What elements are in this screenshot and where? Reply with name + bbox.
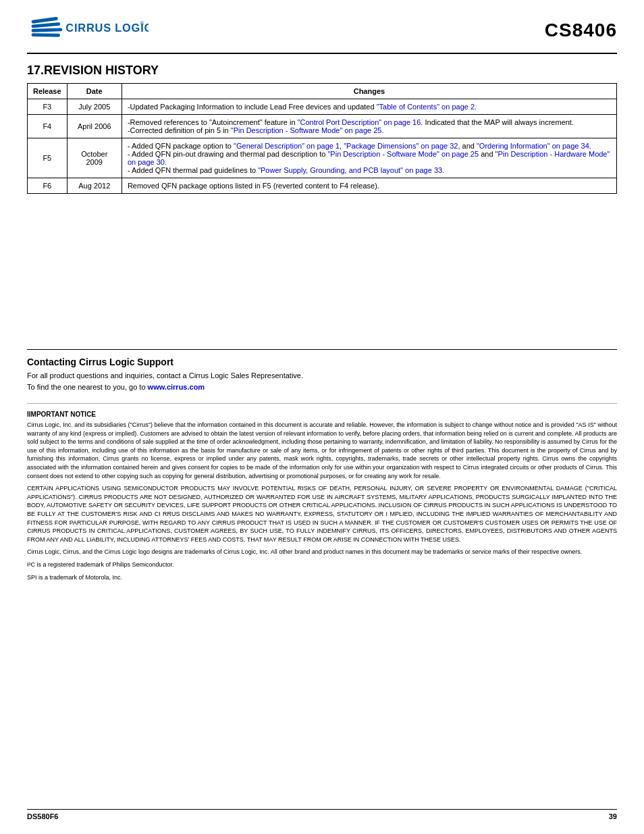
link-general-desc[interactable]: "General Description" on page 1, "Packag…: [234, 142, 460, 150]
footer: DS580F6 39: [27, 809, 617, 820]
contact-section: Contacting Cirrus Logic Support For all …: [27, 349, 617, 392]
changes-f3: -Updated Packaging Information to includ…: [122, 99, 616, 115]
svg-text:CIRRUS LOGIC: CIRRUS LOGIC: [65, 22, 149, 34]
spacer: [27, 207, 617, 342]
section-title: 17.REVISION HISTORY: [27, 63, 617, 78]
footer-page-number: 39: [609, 812, 617, 820]
table-row: F3 July 2005 -Updated Packaging Informat…: [28, 99, 617, 115]
contact-website-link[interactable]: www.cirrus.com: [148, 383, 205, 391]
date-f6: Aug 2012: [67, 178, 122, 194]
page: CIRRUS LOGIC ® CS8406 17.REVISION HISTOR…: [0, 0, 644, 834]
notice-paragraph-4: I²C is a registered trademark of Philips…: [27, 561, 617, 569]
link-toc[interactable]: "Table of Contents" on page 2.: [377, 103, 477, 111]
date-f4: April 2006: [67, 115, 122, 138]
cirrus-logic-logo: CIRRUS LOGIC ®: [27, 14, 149, 47]
svg-text:®: ®: [140, 20, 144, 26]
notice-paragraph-1: Cirrus Logic, Inc. and its subsidiaries …: [27, 421, 617, 480]
release-f6: F6: [28, 178, 68, 194]
notice-paragraph-3: Cirrus Logic, Cirrus, and the Cirrus Log…: [27, 548, 617, 556]
release-f5: F5: [28, 138, 68, 178]
svg-rect-2: [31, 28, 62, 32]
chip-number: CS8406: [545, 20, 617, 41]
notice-title: IIMPORTANT NOTICE: [27, 411, 617, 418]
link-power-supply[interactable]: "Power Supply, Grounding, and PCB layout…: [258, 166, 444, 174]
notice-paragraph-5: SPI is a trademark of Motorola, Inc.: [27, 573, 617, 582]
changes-f5: - Added QFN package option to "General D…: [122, 138, 616, 178]
revision-table: Release Date Changes F3 July 2005 -Updat…: [27, 83, 617, 194]
notice-paragraph-2: CERTAIN APPLICATIONS USING SEMICONDUCTOR…: [27, 484, 617, 544]
table-row: F5 October 2009 - Added QFN package opti…: [28, 138, 617, 178]
col-changes: Changes: [122, 84, 616, 99]
changes-f4: -Removed references to "Autoincrement" f…: [122, 115, 616, 138]
notice-section: IIMPORTANT NOTICE Cirrus Logic, Inc. and…: [27, 403, 617, 581]
contact-title: Contacting Cirrus Logic Support: [27, 357, 617, 367]
col-date: Date: [67, 84, 122, 99]
date-f5: October 2009: [67, 138, 122, 178]
changes-f6: Removed QFN package options listed in F5…: [122, 178, 616, 194]
link-pin-software-f4[interactable]: "Pin Description - Software Mode" on pag…: [231, 126, 384, 134]
footer-doc-number: DS580F6: [27, 812, 58, 820]
header: CIRRUS LOGIC ® CS8406: [27, 14, 617, 54]
table-row: F6 Aug 2012 Removed QFN package options …: [28, 178, 617, 194]
date-f3: July 2005: [67, 99, 122, 115]
contact-line2-plain: To find the one nearest to you, go to: [27, 383, 148, 391]
link-pin-software-f5[interactable]: "Pin Description - Software Mode" on pag…: [327, 150, 479, 158]
table-row: F4 April 2006 -Removed references to "Au…: [28, 115, 617, 138]
logo-area: CIRRUS LOGIC ®: [27, 14, 149, 47]
contact-line1: For all product questions and inquiries,…: [27, 371, 303, 380]
contact-text: For all product questions and inquiries,…: [27, 370, 617, 392]
release-f3: F3: [28, 99, 68, 115]
link-ordering-info[interactable]: "Ordering Information" on page 34.: [477, 142, 591, 150]
svg-rect-0: [31, 17, 58, 24]
release-f4: F4: [28, 115, 68, 138]
col-release: Release: [28, 84, 68, 99]
svg-rect-3: [32, 33, 61, 37]
link-control-port[interactable]: "Control Port Description" on page 16.: [298, 118, 423, 126]
